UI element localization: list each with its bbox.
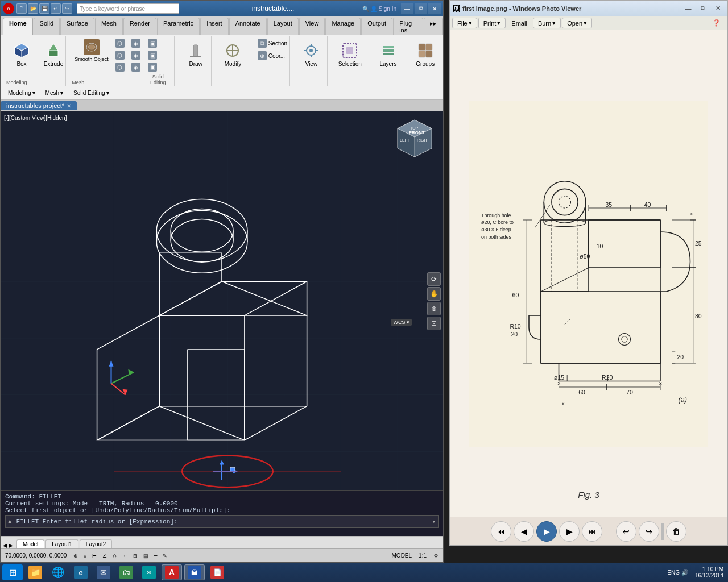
undo-btn[interactable]: ↩	[51, 3, 61, 14]
tab-annotate[interactable]: Annotate	[229, 18, 267, 35]
taskbar-photos[interactable]: 🏔	[184, 564, 205, 580]
nav-pan-btn[interactable]: ✋	[427, 287, 441, 301]
pv-print-menu[interactable]: Print ▾	[478, 18, 506, 28]
3d-viewport[interactable]: [-][Custom View][Hidden] FRONT RIGHT LEF…	[1, 111, 443, 490]
smooth-object-button[interactable]: Smooth Object	[72, 38, 111, 64]
polar-btn[interactable]: ∠	[100, 552, 109, 560]
doc-tab-close[interactable]: ✕	[67, 103, 71, 109]
mesh-btn-2[interactable]: ⬡	[113, 49, 127, 61]
tab-more[interactable]: ▸▸	[424, 18, 443, 35]
mesh-btn-1[interactable]: ⬡	[113, 38, 127, 49]
taskbar-arduino[interactable]: ∞	[139, 564, 159, 580]
play-btn[interactable]: ▶	[536, 521, 557, 542]
pv-email-menu[interactable]: Email	[507, 19, 532, 28]
tab-view[interactable]: View	[299, 18, 325, 35]
tab-insert[interactable]: Insert	[200, 18, 229, 35]
mesh-btn-3[interactable]: ⬡	[113, 61, 127, 73]
nav-zoom-btn[interactable]: ⊕	[427, 302, 441, 315]
tab-manage[interactable]: Manage	[325, 18, 361, 35]
tab-surface[interactable]: Surface	[60, 18, 94, 35]
start-button[interactable]: ⊞	[2, 564, 23, 580]
solid-btn-1[interactable]: ▣	[145, 38, 160, 49]
taskbar-files[interactable]: 🗂	[116, 564, 136, 580]
command-input[interactable]	[14, 517, 430, 526]
view-button[interactable]: View	[296, 38, 326, 70]
cmd-scroll-up[interactable]: ▲	[7, 517, 13, 526]
pv-help-btn[interactable]: ❓	[708, 18, 725, 28]
pv-open-menu[interactable]: Open ▾	[562, 18, 592, 28]
lw-btn[interactable]: ━	[152, 552, 159, 560]
taskbar-pdf[interactable]: 📄	[207, 564, 228, 580]
tab-model[interactable]: Model	[16, 539, 44, 548]
next-layout-btn[interactable]: ▶	[9, 542, 13, 548]
tab-home[interactable]: Home	[3, 18, 33, 35]
last-image-btn[interactable]: ⏭	[582, 521, 602, 542]
otrack-btn[interactable]: ↔	[120, 552, 130, 560]
next-image-btn[interactable]: ▶	[559, 521, 580, 542]
tab-layout1[interactable]: Layout1	[46, 539, 78, 548]
selection-button[interactable]: Selection	[333, 38, 367, 70]
prev-layout-btn[interactable]: ◀	[3, 542, 7, 548]
tab-plugins[interactable]: Plug-ins	[393, 18, 423, 35]
taskbar-chrome[interactable]: 🌐	[48, 564, 68, 580]
prev-image-btn[interactable]: ◀	[514, 521, 534, 542]
box-button[interactable]: Box	[6, 38, 37, 70]
mesh-btn-5[interactable]: ◈	[129, 49, 143, 61]
tab-layout[interactable]: Layout	[267, 18, 299, 35]
save-btn[interactable]: 💾	[39, 3, 49, 14]
pv-close-btn[interactable]: ✕	[710, 2, 725, 15]
layers-button[interactable]: Layers	[373, 38, 404, 70]
mesh-dropdown[interactable]: Mesh ▾	[43, 89, 66, 97]
ducs-btn[interactable]: ⊞	[131, 552, 140, 560]
taskbar-explorer[interactable]: 📁	[25, 564, 46, 580]
tab-render[interactable]: Render	[123, 18, 156, 35]
grid-btn[interactable]: #	[81, 552, 89, 560]
eng-indicator[interactable]: ENG	[667, 569, 680, 576]
draw-button[interactable]: Draw	[180, 38, 211, 70]
solid-btn-2[interactable]: ▣	[145, 49, 160, 61]
tab-mesh[interactable]: Mesh	[95, 18, 123, 35]
pv-minimize-btn[interactable]: —	[681, 2, 696, 15]
taskbar-autocad[interactable]: A	[162, 564, 182, 580]
osnap-btn[interactable]: ◇	[110, 552, 119, 560]
minimize-btn[interactable]: —	[401, 3, 413, 14]
settings-btn[interactable]: ⚙	[431, 551, 441, 560]
nav-zoom-ext-btn[interactable]: ⊡	[427, 317, 441, 330]
section-button[interactable]: ⧉ Section	[255, 38, 290, 49]
mesh-btn-6[interactable]: ◈	[129, 61, 143, 73]
tab-parametric[interactable]: Parametric	[157, 18, 200, 35]
snap-btn[interactable]: ⊕	[71, 552, 80, 560]
new-btn[interactable]: 🗋	[16, 3, 27, 14]
ortho-btn[interactable]: ⊢	[90, 552, 99, 560]
groups-button[interactable]: Groups	[410, 38, 441, 70]
taskbar-ie[interactable]: e	[71, 564, 91, 580]
dyn-btn[interactable]: ▤	[141, 552, 151, 560]
redo-btn[interactable]: ↪	[639, 521, 659, 542]
extrude-button[interactable]: Extrude	[38, 38, 69, 70]
taskbar-mail[interactable]: ✉	[93, 564, 114, 580]
first-image-btn[interactable]: ⏮	[491, 521, 511, 542]
taskbar-clock[interactable]: 1:10 PM 16/12/2014	[693, 566, 726, 579]
undo-btn[interactable]: ↩	[616, 521, 636, 542]
pv-file-menu[interactable]: File ▾	[452, 18, 477, 28]
model-btn[interactable]: MODEL	[390, 551, 415, 560]
close-btn[interactable]: ✕	[428, 3, 441, 14]
coordinates-display[interactable]: 70.0000, 0.0000, 0.0000	[3, 551, 69, 560]
tab-layout2[interactable]: Layout2	[80, 539, 113, 548]
pv-burn-menu[interactable]: Burn ▾	[533, 18, 561, 28]
tab-solid[interactable]: Solid	[34, 18, 60, 35]
modeling-dropdown[interactable]: Modeling ▾	[5, 89, 38, 97]
tab-output[interactable]: Output	[361, 18, 392, 35]
solid-editing-dropdown[interactable]: Solid Editing ▾	[71, 89, 112, 97]
redo-btn[interactable]: ↪	[62, 3, 72, 14]
modify-button[interactable]: Modify	[217, 38, 248, 70]
restore-btn[interactable]: ⧉	[415, 3, 427, 14]
delete-btn[interactable]: 🗑	[666, 521, 686, 542]
scale-btn[interactable]: 1:1	[416, 551, 429, 560]
solid-btn-3[interactable]: ▣	[145, 61, 160, 73]
cmd-scroll-btn[interactable]: ▾	[431, 517, 437, 526]
pv-restore-btn[interactable]: ⧉	[696, 2, 710, 15]
volume-icon[interactable]: 🔊	[681, 569, 688, 576]
mesh-btn-4[interactable]: ◈	[129, 38, 143, 49]
open-btn[interactable]: 📂	[28, 3, 38, 14]
